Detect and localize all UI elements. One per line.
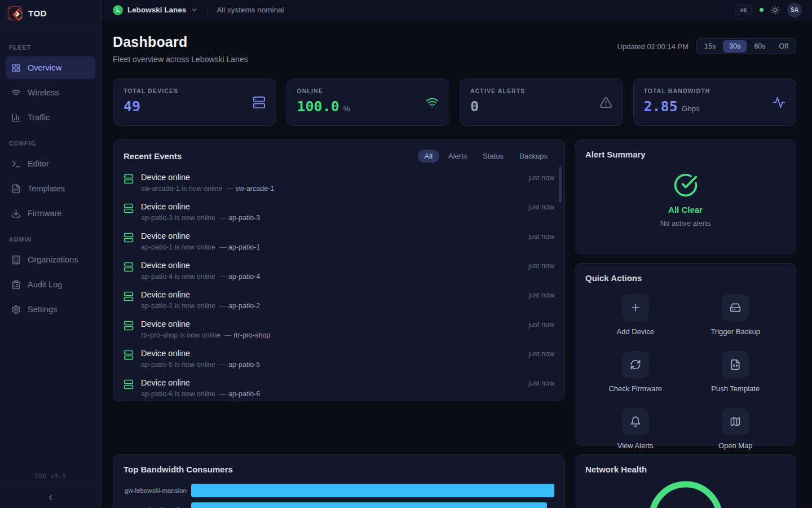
sidebar-item-firmware[interactable]: Firmware (6, 202, 95, 225)
sidebar: TOD FLEETOverviewWirelessTrafficCONFIGEd… (0, 0, 102, 508)
stat-card-total-devices: TOTAL DEVICES 49 (113, 78, 276, 126)
server-icon-wrap (123, 262, 134, 281)
theme-toggle-button[interactable] (771, 6, 780, 15)
event-device-name: ap-patio-3 (228, 214, 260, 222)
event-row[interactable]: Device online ap-patio-4 is now online —… (123, 256, 554, 286)
quick-action-push-template[interactable]: Push Template (686, 351, 786, 393)
bandwidth-row: sw-core-bowling-alley (123, 502, 554, 508)
user-avatar[interactable]: SA (787, 3, 802, 17)
quick-action-label: Open Map (718, 441, 753, 450)
event-row[interactable]: Device online sw-arcade-1 is now online … (123, 168, 554, 198)
sidebar-item-wireless[interactable]: Wireless (6, 81, 95, 104)
hard-drive-icon (730, 302, 741, 313)
app-version: TOD v9.5 (0, 467, 101, 487)
server-icon (123, 174, 134, 184)
nav-section-label: CONFIG (9, 140, 92, 147)
sidebar-collapse-button[interactable] (0, 487, 101, 508)
event-filter-all[interactable]: All (418, 150, 439, 163)
sidebar-item-overview[interactable]: Overview (6, 56, 95, 79)
event-title: Device online (141, 319, 521, 329)
wifi-icon (426, 96, 439, 109)
event-title: Device online (141, 231, 521, 240)
bandwidth-bar (191, 502, 547, 508)
quick-action-label: Check Firmware (608, 384, 662, 393)
sidebar-item-organizations[interactable]: Organizations (6, 248, 95, 271)
stat-label: TOTAL DEVICES (123, 87, 178, 94)
sidebar-footer: TOD v9.5 (0, 467, 101, 508)
server-icon-wrap (123, 203, 134, 222)
event-device-name: ap-patio-5 (228, 361, 260, 369)
event-detail: ap-patio-1 is now online — ap-patio-1 (141, 243, 521, 251)
event-detail: sw-arcade-1 is now online — sw-arcade-1 (141, 185, 521, 192)
stat-value: 49 (123, 98, 140, 115)
event-row[interactable]: Device online ap-patio-5 is now online —… (123, 344, 554, 374)
event-detail: ap-patio-2 is now online — ap-patio-2 (141, 302, 521, 310)
event-title: Device online (141, 173, 521, 182)
sidebar-item-audit-log[interactable]: Audit Log (6, 273, 95, 296)
quick-action-view-alerts[interactable]: View Alerts (585, 408, 686, 450)
health-dot (760, 8, 764, 12)
quick-action-label: Trigger Backup (710, 327, 760, 336)
sidebar-item-editor[interactable]: Editor (6, 152, 95, 175)
wifi-icon (11, 88, 21, 98)
event-detail: rtr-pro-shop is now online — rtr-pro-sho… (141, 331, 521, 339)
nav-section-label: ADMIN (9, 236, 92, 243)
server-icon (253, 96, 266, 109)
refresh-option-off[interactable]: Off (773, 40, 795, 52)
quick-action-add-device[interactable]: Add Device (585, 294, 686, 336)
event-time: just now (528, 350, 554, 369)
bandwidth-device-label: sw-core-bowling-alley (123, 506, 187, 508)
stat-label: ACTIVE ALERTS (470, 87, 525, 94)
sidebar-item-label: Firmware (28, 209, 61, 218)
bandwidth-bar (191, 484, 554, 497)
topbar-divider (207, 6, 208, 15)
sidebar-item-traffic[interactable]: Traffic (6, 106, 95, 129)
building-icon (11, 255, 21, 265)
event-row[interactable]: Device online ap-patio-2 is now online —… (123, 286, 554, 315)
terminal-icon (11, 159, 21, 169)
network-health-card: Network Health 100 (575, 454, 796, 508)
refresh-option-15s[interactable]: 15s (698, 40, 722, 52)
command-palette-shortcut[interactable]: ⌘K (735, 5, 752, 15)
stat-unit: Gbps (682, 104, 700, 113)
quick-action-open-map[interactable]: Open Map (686, 408, 786, 450)
server-icon-wrap (123, 233, 134, 251)
server-icon-wrap (123, 321, 134, 339)
server-icon (123, 350, 134, 360)
event-row[interactable]: Device online ap-patio-3 is now online —… (123, 198, 554, 227)
refresh-icon (630, 359, 641, 370)
event-filter-status[interactable]: Status (476, 150, 510, 163)
sidebar-item-templates[interactable]: Templates (6, 177, 95, 200)
event-device-name: rtr-pro-shop (233, 331, 270, 339)
event-filter-backups[interactable]: Backups (513, 150, 554, 163)
refresh-option-60s[interactable]: 60s (748, 40, 771, 52)
event-detail: ap-patio-3 is now online — ap-patio-3 (141, 214, 521, 222)
server-icon-wrap (123, 379, 134, 398)
event-row[interactable]: Device online ap-patio-1 is now online —… (123, 227, 554, 256)
event-device-name: ap-patio-2 (228, 302, 260, 310)
network-health-score: 100 (585, 505, 785, 508)
sidebar-item-label: Templates (28, 184, 65, 193)
event-row[interactable]: Device online ap-patio-6 is now online —… (123, 374, 554, 401)
event-detail: ap-patio-6 is now online — ap-patio-6 (141, 390, 521, 398)
org-avatar: L (113, 5, 123, 15)
gauge-ring-icon (647, 480, 724, 508)
quick-action-trigger-backup[interactable]: Trigger Backup (686, 294, 786, 336)
sidebar-item-label: Wireless (28, 88, 59, 97)
alert-status-text: All Clear (668, 205, 703, 214)
event-filter-alerts[interactable]: Alerts (442, 150, 474, 163)
event-time: just now (528, 291, 554, 310)
refresh-option-30s[interactable]: 30s (723, 40, 747, 52)
event-title: Device online (141, 349, 521, 358)
org-switcher[interactable]: L Lebowski Lanes (113, 5, 198, 15)
sidebar-item-settings[interactable]: Settings (6, 298, 95, 321)
stat-value: 2.85 (644, 98, 678, 115)
file-code-icon (11, 184, 21, 194)
event-device-name: ap-patio-4 (228, 273, 260, 281)
events-scrollbar-thumb[interactable] (559, 167, 562, 203)
quick-action-check-firmware[interactable]: Check Firmware (585, 351, 686, 393)
event-time: just now (528, 321, 554, 339)
event-row[interactable]: Device online rtr-pro-shop is now online… (123, 315, 554, 344)
server-icon (123, 291, 134, 301)
app-logo-row: TOD (0, 0, 101, 27)
